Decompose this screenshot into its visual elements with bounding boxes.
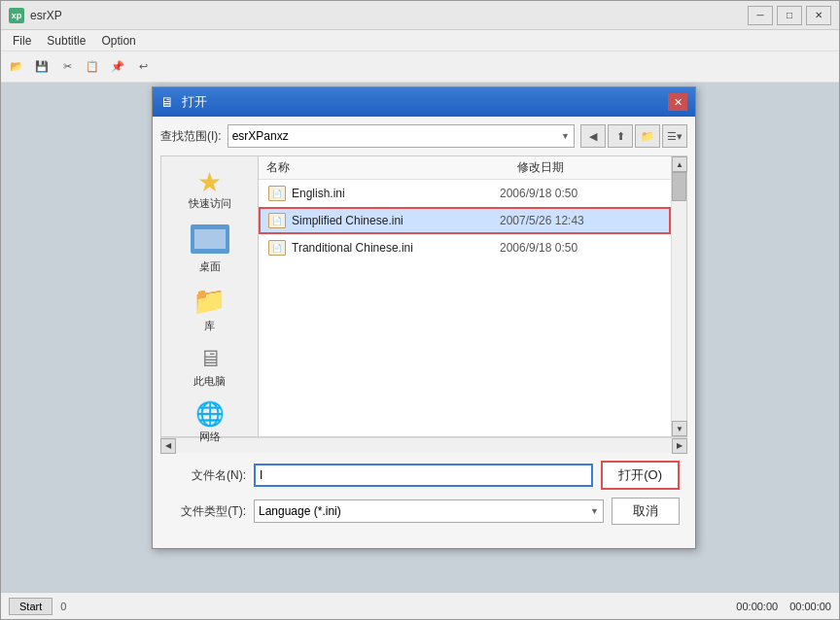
open-file-dialog: 🖥 打开 ✕ 查找范围(I): esrXPanxz ▼ ◀ ⬆ 📁 (152, 86, 696, 549)
status-times: 00:00:00 00:00:00 (736, 601, 831, 612)
app-titlebar: xp esrXP ─ □ ✕ (1, 1, 839, 30)
app-window-controls: ─ □ ✕ (748, 6, 831, 25)
toolbar-undo-btn[interactable]: ↩ (131, 55, 155, 79)
dialog-title-text: 打开 (182, 93, 207, 111)
vertical-scrollbar[interactable]: ▲ ▼ (671, 156, 686, 436)
location-combo-arrow: ▼ (561, 131, 570, 141)
sidebar-quick-access-label: 快速访问 (189, 196, 231, 211)
sidebar-network-label: 网络 (199, 430, 221, 444)
sidebar-desktop-label: 桌面 (199, 259, 221, 274)
file-name-traditional-chinese: Tranditional Chinese.ini (292, 241, 500, 255)
scrollbar-up-btn[interactable]: ▲ (672, 156, 687, 172)
file-date-simplified-chinese: 2007/5/26 12:43 (500, 214, 646, 227)
app-statusbar: Start 0 00:00:00 00:00:00 (1, 592, 839, 619)
sidebar-item-computer[interactable]: 🖥 此电脑 (171, 342, 249, 394)
dialog-filename-input[interactable] (254, 464, 593, 487)
dialog-filetype-label: 文件类型(T): (168, 503, 246, 520)
file-date-english: 2006/9/18 0:50 (500, 187, 646, 200)
sidebar-library-label: 库 (204, 319, 215, 333)
menu-option[interactable]: Option (93, 32, 143, 50)
dialog-filetype-combo[interactable]: Language (*.ini) ▼ (254, 499, 604, 523)
scrollbar-down-btn[interactable]: ▼ (672, 421, 687, 436)
file-row-english[interactable]: 📄 English.ini 2006/9/18 0:50 (259, 180, 671, 207)
scrollbar-thumb[interactable] (672, 172, 686, 201)
sidebar-item-desktop[interactable]: 桌面 (171, 220, 249, 279)
computer-icon: 🖥 (198, 347, 222, 370)
dialog-location-row: 查找范围(I): esrXPanxz ▼ ◀ ⬆ 📁 ☰▾ (160, 124, 687, 148)
toolbar-save-btn[interactable]: 💾 (30, 55, 53, 79)
dialog-location-combo[interactable]: esrXPanxz ▼ (228, 124, 575, 148)
dialog-nav-buttons: ◀ ⬆ 📁 ☰▾ (580, 124, 687, 148)
h-scrollbar-right-btn[interactable]: ▶ (672, 438, 687, 454)
dialog-filename-row: 文件名(N): 打开(O) (168, 461, 680, 490)
file-row-simplified-chinese[interactable]: 📄 Simplified Chinese.ini 2007/5/26 12:43 (259, 207, 671, 234)
toolbar-paste-btn[interactable]: 📌 (106, 55, 129, 79)
file-icon-simplified-chinese: 📄 (268, 213, 286, 228)
filetype-combo-arrow: ▼ (590, 506, 599, 516)
desktop-icon (191, 224, 229, 254)
file-col-date-header: 修改日期 (517, 159, 663, 176)
nav-new-folder-button[interactable]: 📁 (635, 124, 660, 148)
dialog-filetype-row: 文件类型(T): Language (*.ini) ▼ 取消 (168, 498, 680, 525)
scrollbar-track (672, 172, 686, 421)
sidebar-item-library[interactable]: 📁 库 (171, 283, 249, 338)
app-content: 🔒 安下载 anxz.com 🖥 打开 ✕ 查找范围(I): esrXPanxz (1, 83, 839, 592)
nav-up-button[interactable]: ⬆ (608, 124, 633, 148)
close-button[interactable]: ✕ (806, 6, 831, 25)
maximize-button[interactable]: □ (777, 6, 802, 25)
nav-view-button[interactable]: ☰▾ (662, 124, 687, 148)
dialog-bottom: 文件名(N): 打开(O) 文件类型(T): Language (*.ini) … (160, 453, 687, 540)
dialog-file-area: 名称 修改日期 📄 English.ini 2006/9/18 0:50 (259, 156, 671, 436)
library-icon: 📁 (192, 288, 227, 315)
menu-subtitle[interactable]: Subtitle (39, 32, 93, 50)
start-button[interactable]: Start (9, 598, 52, 615)
dialog-body: 查找范围(I): esrXPanxz ▼ ◀ ⬆ 📁 ☰▾ (153, 117, 695, 548)
file-name-simplified-chinese: Simplified Chinese.ini (292, 214, 500, 227)
file-row-traditional-chinese[interactable]: 📄 Tranditional Chinese.ini 2006/9/18 0:5… (259, 234, 671, 261)
app-icon: xp (9, 8, 24, 23)
sidebar-item-quick-access[interactable]: ★ 快速访问 (171, 164, 249, 216)
dialog-location-label: 查找范围(I): (160, 128, 222, 145)
sidebar-computer-label: 此电脑 (193, 374, 226, 389)
file-date-traditional-chinese: 2006/9/18 0:50 (500, 241, 646, 255)
app-toolbar: 📂 💾 ✂ 📋 📌 ↩ (1, 52, 839, 83)
app-title: esrXP (30, 9, 62, 22)
toolbar-open-btn[interactable]: 📂 (5, 55, 28, 79)
app-menubar: File Subtitle Option (1, 30, 839, 52)
file-list-header: 名称 修改日期 (259, 156, 671, 180)
toolbar-cut-btn[interactable]: ✂ (55, 55, 79, 79)
file-icon-traditional-chinese: 📄 (268, 240, 286, 256)
file-icon-english: 📄 (268, 186, 286, 201)
network-icon: 🌐 (195, 402, 225, 426)
dialog-close-button[interactable]: ✕ (668, 93, 687, 111)
dialog-filename-label: 文件名(N): (168, 467, 246, 484)
file-name-english: English.ini (292, 187, 500, 200)
sidebar-item-network[interactable]: 🌐 网络 (171, 397, 249, 449)
dialog-open-button[interactable]: 打开(O) (601, 461, 680, 490)
toolbar-copy-btn[interactable]: 📋 (81, 55, 104, 79)
menu-file[interactable]: File (5, 32, 39, 50)
minimize-button[interactable]: ─ (748, 6, 773, 25)
h-scrollbar-left-btn[interactable]: ◀ (160, 438, 176, 454)
dialog-title-icon: 🖥 (160, 94, 174, 110)
dialog-titlebar: 🖥 打开 ✕ (153, 87, 695, 117)
nav-back-button[interactable]: ◀ (580, 124, 606, 148)
status-time1: 00:00:00 (736, 601, 778, 612)
status-counter: 0 (60, 601, 66, 612)
file-col-name-header: 名称 (266, 159, 517, 176)
dialog-file-browser: ★ 快速访问 桌面 📁 库 (160, 155, 687, 437)
dialog-sidebar: ★ 快速访问 桌面 📁 库 (161, 156, 259, 436)
quick-access-icon: ★ (197, 169, 222, 196)
app-window: xp esrXP ─ □ ✕ File Subtitle Option 📂 💾 … (0, 0, 840, 620)
dialog-cancel-button[interactable]: 取消 (612, 498, 680, 525)
status-time2: 00:00:00 (789, 601, 831, 612)
